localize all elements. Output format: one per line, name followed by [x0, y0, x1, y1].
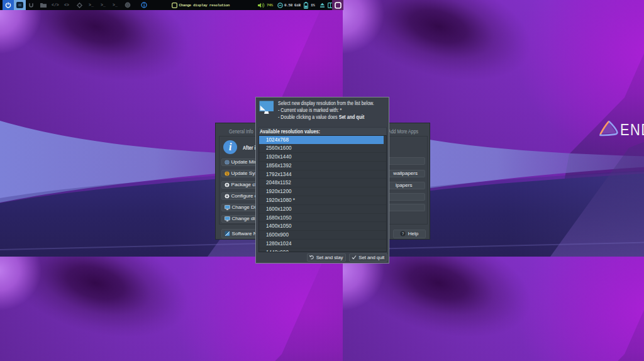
- svg-text:?: ?: [401, 231, 404, 236]
